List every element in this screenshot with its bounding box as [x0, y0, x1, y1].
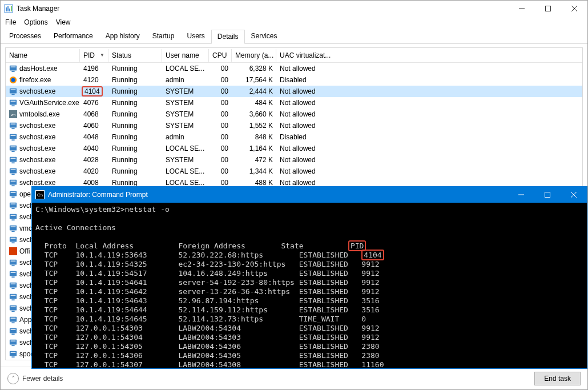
- cmd-maximize-button[interactable]: [534, 187, 561, 203]
- cell-user: SYSTEM: [162, 98, 209, 108]
- process-icon: [9, 350, 17, 358]
- col-name[interactable]: Name: [6, 49, 80, 62]
- process-row[interactable]: svchost.exe4028RunningSYSTEM00472 KNot a…: [6, 154, 582, 166]
- cmd-icon: C:\: [35, 190, 45, 199]
- cmd-titlebar[interactable]: C:\ Administrator: Command Prompt: [32, 187, 587, 203]
- cmd-minimize-button[interactable]: [508, 187, 534, 203]
- grid-header: Name PID▼ Status User name CPU Memory (a…: [6, 48, 582, 63]
- svg-rect-76: [11, 333, 14, 335]
- titlebar[interactable]: Task Manager: [1, 1, 587, 17]
- process-row[interactable]: svchost.exe4020RunningLOCAL SE...001,344…: [6, 166, 582, 177]
- cell-pid: 4060: [80, 120, 108, 131]
- process-icon: [9, 99, 17, 107]
- cell-memory: 1,552 K: [232, 120, 276, 131]
- cell-memory: 484 K: [232, 98, 276, 108]
- svg-rect-67: [11, 299, 14, 300]
- process-icon: [9, 122, 17, 130]
- svg-rect-71: [10, 317, 17, 322]
- process-name: App: [19, 316, 31, 324]
- cell-memory: 2,444 K: [232, 86, 276, 97]
- col-memory[interactable]: Memory (a...: [232, 49, 276, 62]
- col-status[interactable]: Status: [108, 49, 162, 62]
- svg-rect-4: [11, 6, 12, 11]
- cell-uac: Not allowed: [276, 143, 339, 154]
- menu-view[interactable]: View: [56, 18, 71, 26]
- cmd-title: Administrator: Command Prompt: [48, 191, 508, 199]
- process-row[interactable]: firefox.exe4120Runningadmin0017,564 KDis…: [6, 74, 582, 86]
- svg-rect-69: [11, 307, 16, 307]
- svg-rect-65: [10, 294, 17, 299]
- cell-user: admin: [162, 132, 209, 142]
- sort-desc-icon: ▼: [100, 53, 104, 58]
- process-icon: [9, 190, 17, 198]
- cell-uac: Not allowed: [276, 109, 339, 119]
- process-name: VGAuthService.exe: [19, 99, 79, 107]
- process-icon: [9, 144, 17, 152]
- menu-file[interactable]: File: [5, 18, 16, 26]
- col-pid[interactable]: PID▼: [80, 49, 108, 62]
- col-uac[interactable]: UAC virtualizat...: [276, 49, 339, 62]
- svg-rect-52: [10, 237, 17, 242]
- tab-processes[interactable]: Processes: [3, 29, 47, 43]
- process-icon: vm: [9, 110, 17, 118]
- svg-rect-17: [10, 100, 17, 105]
- svg-rect-51: [11, 231, 14, 232]
- cell-memory: 3,660 K: [232, 109, 276, 119]
- svg-rect-3: [9, 9, 10, 11]
- svg-rect-74: [10, 328, 17, 333]
- tab-performance[interactable]: Performance: [47, 29, 99, 43]
- close-button[interactable]: [561, 1, 587, 17]
- svg-rect-61: [11, 276, 14, 278]
- cell-user: SYSTEM: [162, 155, 209, 165]
- svg-rect-9: [10, 66, 17, 71]
- svg-rect-75: [11, 329, 16, 330]
- process-name: svchost.exe: [19, 156, 55, 164]
- tab-app-history[interactable]: App history: [99, 29, 146, 43]
- fewer-details-button[interactable]: ˄ Fewer details: [7, 373, 63, 384]
- svg-rect-42: [11, 196, 14, 198]
- svg-rect-24: [11, 128, 14, 129]
- svg-rect-40: [10, 191, 17, 196]
- svg-rect-6: [546, 6, 551, 11]
- process-icon: [9, 76, 17, 84]
- col-cpu[interactable]: CPU: [209, 49, 232, 62]
- tab-details[interactable]: Details: [211, 30, 245, 44]
- svg-rect-26: [11, 135, 16, 136]
- process-name: svchost.exe: [19, 179, 55, 187]
- cell-memory: 6,328 K: [232, 63, 276, 74]
- tab-startup[interactable]: Startup: [146, 29, 181, 43]
- process-icon: [9, 167, 17, 175]
- svg-rect-66: [11, 295, 16, 296]
- process-icon: [9, 259, 17, 267]
- fewer-details-label: Fewer details: [22, 375, 63, 383]
- process-row[interactable]: VGAuthService.exe4076RunningSYSTEM00484 …: [6, 97, 582, 108]
- cmd-close-button[interactable]: [561, 187, 587, 203]
- process-row[interactable]: svchost.exe4060RunningSYSTEM001,552 KNot…: [6, 120, 582, 131]
- svg-text:vm: vm: [11, 112, 15, 116]
- svg-rect-16: [11, 94, 14, 95]
- svg-rect-60: [11, 272, 16, 273]
- tab-users[interactable]: Users: [180, 29, 211, 43]
- svg-rect-18: [11, 101, 16, 102]
- menu-options[interactable]: Options: [24, 18, 47, 26]
- svg-rect-62: [10, 283, 17, 288]
- col-user[interactable]: User name: [162, 49, 209, 62]
- process-name: dasHost.exe: [19, 65, 58, 73]
- maximize-button[interactable]: [535, 1, 561, 17]
- cell-user: SYSTEM: [162, 109, 209, 119]
- process-row[interactable]: svchost.exe4040RunningLOCAL SE...001,164…: [6, 143, 582, 154]
- svg-rect-38: [11, 181, 16, 182]
- cell-cpu: 00: [209, 166, 232, 176]
- process-row[interactable]: svchost.exe4048Runningadmin00848 KDisabl…: [6, 131, 582, 143]
- svg-rect-49: [10, 226, 17, 231]
- process-row[interactable]: dasHost.exe4196RunningLOCAL SE...006,328…: [6, 63, 582, 74]
- cmd-output[interactable]: C:\Windows\system32>netstat -o Active Co…: [32, 203, 587, 372]
- minimize-button[interactable]: [509, 1, 535, 17]
- process-row[interactable]: vmvmtoolsd.exe4068RunningSYSTEM003,660 K…: [6, 108, 582, 120]
- cell-cpu: 00: [209, 75, 232, 85]
- process-row[interactable]: svchost.exe4104RunningSYSTEM002,444 KNot…: [6, 86, 582, 97]
- svg-rect-80: [10, 351, 17, 356]
- tab-services[interactable]: Services: [245, 29, 284, 43]
- svg-rect-25: [10, 134, 17, 139]
- end-task-button[interactable]: End task: [534, 372, 581, 385]
